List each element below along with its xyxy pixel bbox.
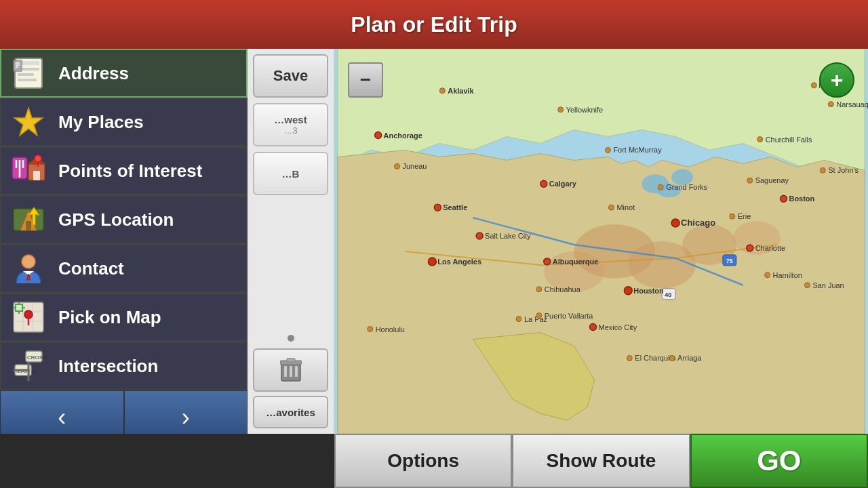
next-button[interactable]: ›: [124, 390, 248, 434]
svg-text:40: 40: [665, 291, 671, 298]
svg-marker-10: [14, 108, 43, 136]
svg-point-109: [536, 287, 542, 292]
svg-point-73: [558, 107, 564, 113]
nav-row: ‹ ›: [0, 390, 248, 434]
sidebar-item-poi[interactable]: Points of Interest: [0, 146, 248, 195]
sidebar-label-address: Address: [58, 63, 129, 84]
svg-rect-50: [287, 358, 295, 362]
svg-text:Houston: Houston: [633, 287, 664, 295]
svg-point-79: [395, 163, 400, 169]
zoom-in-button[interactable]: +: [819, 62, 854, 98]
svg-rect-18: [33, 171, 40, 180]
map-area[interactable]: 75 40 Aklavik Nuuk Narsauaq A: [334, 49, 868, 434]
svg-point-101: [544, 258, 551, 265]
svg-text:75: 75: [726, 258, 733, 264]
svg-point-32: [24, 310, 33, 319]
sidebar-label-poi: Points of Interest: [58, 161, 202, 182]
svg-point-89: [434, 204, 441, 211]
pick-on-map-icon: [8, 299, 49, 336]
map-svg: 75 40 Aklavik Nuuk Narsauaq A: [334, 49, 868, 434]
svg-text:Arriaga: Arriaga: [677, 354, 702, 362]
svg-point-69: [828, 102, 833, 107]
svg-point-99: [476, 232, 483, 239]
svg-point-97: [781, 195, 787, 202]
svg-point-95: [730, 214, 735, 219]
my-places-icon: [8, 104, 49, 140]
sidebar-item-my-places[interactable]: My Places: [0, 98, 248, 146]
svg-text:Anchorage: Anchorage: [384, 131, 422, 140]
svg-text:Mexico City: Mexico City: [599, 323, 637, 331]
svg-text:Juneau: Juneau: [403, 162, 427, 170]
svg-text:Grand Forks: Grand Forks: [666, 183, 707, 191]
sidebar-label-pick-on-map: Pick on Map: [58, 307, 161, 328]
svg-rect-3: [18, 73, 34, 76]
sidebar-label-gps: GPS Location: [58, 209, 174, 230]
svg-point-75: [757, 137, 763, 142]
dot-indicator: [288, 335, 294, 342]
svg-text:Erie: Erie: [738, 212, 751, 220]
prev-button[interactable]: ‹: [0, 390, 124, 434]
svg-point-107: [624, 287, 632, 295]
poi-icon: [8, 152, 49, 189]
save-button[interactable]: Save: [253, 54, 328, 98]
svg-point-111: [516, 317, 521, 322]
bottom-buttons: Options Show Route GO: [334, 434, 868, 488]
show-route-button[interactable]: Show Route: [512, 434, 690, 488]
svg-text:Charlotte: Charlotte: [755, 244, 785, 252]
svg-rect-4: [18, 79, 37, 81]
svg-text:Albuquerque: Albuquerque: [553, 258, 599, 266]
delete-button[interactable]: [253, 348, 328, 392]
svg-point-113: [765, 272, 770, 278]
middle-panel: Save …west …3 …B …avorites: [248, 49, 334, 434]
svg-point-81: [540, 180, 547, 187]
nav-buttons-container: ‹ ›: [0, 390, 248, 434]
svg-text:Salt Lake City: Salt Lake City: [485, 232, 531, 240]
svg-point-125: [669, 355, 675, 361]
svg-text:CROSS ST: CROSS ST: [27, 354, 46, 361]
go-button[interactable]: GO: [690, 434, 868, 488]
svg-rect-46: [284, 366, 287, 377]
svg-point-115: [590, 324, 597, 331]
svg-point-121: [804, 283, 810, 288]
svg-text:Honolulu: Honolulu: [376, 325, 405, 333]
intersection-icon: CROSS ST MAIN S: [8, 348, 49, 384]
svg-text:Fort McMurray: Fort McMurray: [613, 146, 662, 154]
svg-text:Chihuahua: Chihuahua: [545, 285, 581, 293]
sidebar-label-intersection: Intersection: [58, 356, 158, 377]
svg-point-67: [811, 83, 816, 88]
svg-point-117: [536, 313, 542, 319]
zoom-out-button[interactable]: −: [348, 62, 383, 98]
route-entry-1: …west …3: [253, 103, 328, 146]
svg-point-105: [428, 258, 436, 266]
sidebar-item-gps[interactable]: GPS Location: [0, 195, 248, 244]
svg-text:Calgary: Calgary: [549, 180, 577, 188]
trash-icon: [280, 358, 302, 382]
sidebar-item-intersection[interactable]: CROSS ST MAIN S Intersection: [0, 342, 248, 390]
svg-rect-6: [14, 61, 21, 70]
svg-text:Los Angeles: Los Angeles: [437, 258, 481, 266]
svg-text:Churchill Falls: Churchill Falls: [766, 136, 812, 144]
options-button[interactable]: Options: [334, 434, 512, 488]
page-title: Plan or Edit Trip: [351, 12, 517, 37]
svg-text:Saguenay: Saguenay: [755, 176, 789, 184]
svg-text:Hamilton: Hamilton: [773, 271, 802, 279]
svg-rect-48: [295, 366, 298, 377]
svg-point-83: [658, 184, 663, 190]
svg-point-103: [747, 245, 753, 251]
svg-text:Chicago: Chicago: [681, 218, 715, 228]
svg-rect-47: [290, 366, 292, 377]
sidebar-label-contact: Contact: [58, 258, 124, 279]
svg-point-91: [608, 205, 614, 210]
sidebar-item-pick-on-map[interactable]: Pick on Map: [0, 293, 248, 342]
svg-point-93: [671, 219, 679, 227]
svg-text:Seattle: Seattle: [443, 203, 467, 211]
sidebar-label-my-places: My Places: [58, 112, 144, 133]
sidebar-item-contact[interactable]: Contact: [0, 244, 248, 293]
svg-text:Yellowknife: Yellowknife: [566, 106, 603, 114]
favorites-button[interactable]: …avorites: [253, 396, 328, 428]
main-content: Address My Places: [0, 49, 868, 434]
contact-icon: [8, 250, 49, 287]
route-entry-2: …B: [253, 152, 328, 195]
svg-point-19: [35, 155, 41, 162]
sidebar-item-address[interactable]: Address: [0, 49, 248, 98]
